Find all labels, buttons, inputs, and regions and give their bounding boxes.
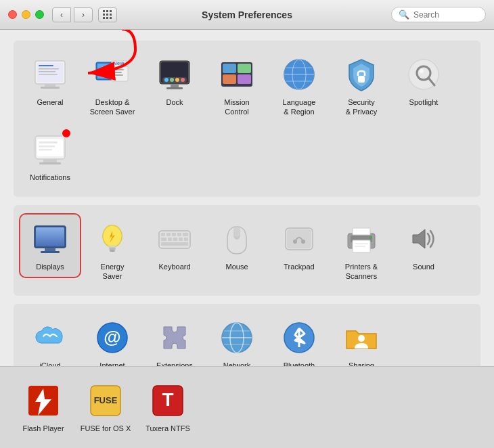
svg-rect-65 <box>183 233 188 236</box>
fuse-icon: FUSE <box>87 382 125 420</box>
security-label: Security& Privacy <box>346 97 377 117</box>
svg-rect-13 <box>113 69 124 70</box>
svg-rect-53 <box>45 248 55 251</box>
svg-rect-62 <box>166 233 171 236</box>
trackpad-icon <box>280 220 318 258</box>
section-personal: General New Desktop &Screen Saver <box>14 41 480 197</box>
bottom-section: Flash Player FUSE FUSE for OS X T Tuxera… <box>0 366 494 448</box>
bluetooth-icon <box>280 319 318 357</box>
pref-item-security[interactable]: Security& Privacy <box>332 50 391 122</box>
svg-rect-72 <box>161 242 165 246</box>
notification-badge <box>61 128 72 139</box>
svg-rect-27 <box>223 64 236 73</box>
pref-item-language[interactable]: Language& Region <box>269 50 329 122</box>
grid-view-button[interactable] <box>98 7 117 22</box>
pref-item-dock[interactable]: Dock <box>145 50 204 112</box>
svg-rect-71 <box>164 242 185 246</box>
keyboard-icon <box>156 220 194 258</box>
pref-item-tuxera[interactable]: T Tuxera NTFS <box>138 376 198 439</box>
minimize-button[interactable] <box>22 10 30 19</box>
pref-item-trackpad[interactable]: Trackpad <box>269 215 329 277</box>
mission-label: MissionControl <box>224 97 249 117</box>
svg-text:New: New <box>113 60 125 66</box>
mission-icon <box>218 55 256 93</box>
svg-rect-44 <box>39 141 58 143</box>
svg-rect-7 <box>39 74 58 75</box>
svg-rect-24 <box>171 84 179 87</box>
pref-item-internet-accounts[interactable]: @ InternetAccounts <box>83 313 142 365</box>
pref-item-fuse[interactable]: FUSE FUSE for OS X <box>76 376 135 439</box>
printers-icon <box>342 220 380 258</box>
mouse-label: Mouse <box>225 262 248 271</box>
network-label: Network <box>223 361 250 365</box>
displays-icon <box>31 220 69 258</box>
pref-item-printers[interactable]: Printers &Scanners <box>332 215 391 287</box>
svg-rect-25 <box>166 87 183 89</box>
language-label: Language& Region <box>283 97 316 117</box>
svg-rect-52 <box>36 227 64 246</box>
svg-point-97 <box>358 335 365 342</box>
svg-rect-73 <box>184 242 188 246</box>
search-input[interactable] <box>413 10 478 20</box>
svg-rect-58 <box>110 250 115 252</box>
forward-button[interactable]: › <box>74 7 93 22</box>
svg-rect-47 <box>43 159 57 162</box>
pref-item-spotlight[interactable]: Spotlight <box>394 50 453 112</box>
svg-rect-70 <box>184 238 188 241</box>
pref-item-mission[interactable]: MissionControl <box>207 50 267 122</box>
svg-point-22 <box>175 78 179 82</box>
content-area: General New Desktop &Screen Saver <box>0 30 494 366</box>
maximize-button[interactable] <box>35 10 44 19</box>
search-box[interactable]: 🔍 <box>391 7 486 22</box>
svg-rect-30 <box>238 74 251 84</box>
svg-rect-61 <box>161 233 165 236</box>
general-label: General <box>37 97 63 107</box>
svg-point-23 <box>181 78 185 82</box>
search-icon: 🔍 <box>399 9 409 20</box>
pref-item-flash[interactable]: Flash Player <box>14 376 73 439</box>
pref-item-bluetooth[interactable]: Bluetooth <box>269 313 329 365</box>
pref-item-general[interactable]: General <box>20 50 80 112</box>
title-bar: ‹ › System Preferences 🔍 <box>0 0 494 30</box>
svg-rect-63 <box>172 233 176 236</box>
svg-rect-46 <box>39 149 52 151</box>
close-button[interactable] <box>8 10 17 19</box>
svg-rect-5 <box>39 68 59 70</box>
pref-item-displays[interactable]: Displays <box>20 215 80 277</box>
language-icon <box>280 55 318 93</box>
back-button[interactable]: ‹ <box>52 7 71 22</box>
extensions-icon <box>156 319 194 357</box>
pref-item-energy[interactable]: EnergySaver <box>83 215 142 287</box>
notifications-icon <box>31 131 69 169</box>
svg-point-80 <box>301 240 305 244</box>
svg-point-20 <box>164 78 169 82</box>
svg-point-21 <box>170 78 174 82</box>
sharing-label: Sharing <box>349 361 374 365</box>
svg-point-41 <box>420 69 424 73</box>
pref-item-desktop[interactable]: New Desktop &Screen Saver <box>83 50 142 122</box>
pref-item-icloud[interactable]: iCloud <box>20 313 80 365</box>
window-title: System Preferences <box>202 9 292 20</box>
svg-text:@: @ <box>104 327 120 347</box>
svg-rect-43 <box>37 139 63 156</box>
svg-rect-15 <box>113 74 123 76</box>
pref-item-network[interactable]: Network <box>207 313 267 365</box>
energy-label: EnergySaver <box>101 262 125 282</box>
svg-rect-14 <box>113 72 122 73</box>
internet-accounts-icon: @ <box>93 319 131 357</box>
desktop-icon: New <box>93 55 131 93</box>
pref-item-extensions[interactable]: Extensions <box>145 313 204 365</box>
svg-text:FUSE: FUSE <box>94 395 118 405</box>
svg-rect-37 <box>358 76 365 83</box>
keyboard-label: Keyboard <box>158 262 190 271</box>
spotlight-label: Spotlight <box>409 97 439 107</box>
energy-icon <box>93 220 131 258</box>
pref-item-sound[interactable]: Sound <box>394 215 453 277</box>
pref-item-notifications[interactable]: Notifications <box>20 125 80 187</box>
tuxera-icon: T <box>149 382 187 420</box>
pref-item-sharing[interactable]: Sharing <box>332 313 391 365</box>
flash-icon <box>24 382 62 420</box>
pref-item-mouse[interactable]: Mouse <box>207 215 267 277</box>
pref-item-keyboard[interactable]: Keyboard <box>145 215 204 277</box>
svg-rect-66 <box>161 238 166 241</box>
